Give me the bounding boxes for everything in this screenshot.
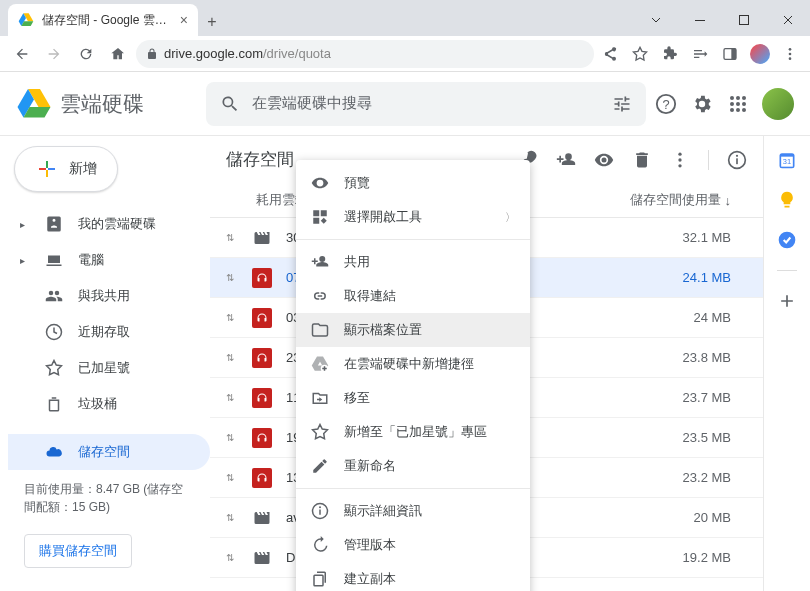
sidebar-item-1[interactable]: ▸電腦	[8, 242, 210, 278]
ctx-star[interactable]: 新增至「已加星號」專區	[296, 415, 530, 449]
trash-icon[interactable]	[632, 150, 652, 170]
forward-button[interactable]	[40, 40, 68, 68]
back-button[interactable]	[8, 40, 36, 68]
ctx-person-add[interactable]: 共用	[296, 245, 530, 279]
audio-icon	[252, 308, 272, 328]
share-icon[interactable]	[598, 42, 622, 66]
file-size: 19.2 MB	[607, 550, 747, 565]
drag-icon: ⇅	[226, 272, 234, 283]
browser-tab[interactable]: 儲存空間 - Google 雲端硬碟 ×	[8, 4, 198, 36]
avatar[interactable]	[762, 88, 794, 120]
home-button[interactable]	[104, 40, 132, 68]
svg-point-34	[319, 506, 321, 508]
video-icon	[252, 548, 272, 568]
sidebar-item-5[interactable]: 垃圾桶	[8, 386, 210, 422]
sidebar: 新增 ▸我的雲端硬碟▸電腦與我共用近期存取已加星號垃圾桶儲存空間 目前使用量：8…	[0, 136, 210, 591]
close-button[interactable]	[766, 4, 810, 36]
drag-icon: ⇅	[226, 232, 234, 243]
maximize-button[interactable]	[722, 4, 766, 36]
preview-icon[interactable]	[594, 150, 614, 170]
info-icon[interactable]	[708, 150, 747, 170]
extensions-icon[interactable]	[658, 42, 682, 66]
tune-icon[interactable]	[612, 94, 632, 114]
sidebar-item-3[interactable]: 近期存取	[8, 314, 210, 350]
url-input[interactable]: drive.google.com/drive/quota	[136, 40, 594, 68]
drive-logo[interactable]: 雲端硬碟	[16, 86, 206, 122]
audio-icon	[252, 468, 272, 488]
ctx-history[interactable]: 管理版本	[296, 528, 530, 562]
ctx-eye[interactable]: 預覽	[296, 166, 530, 200]
ctx-rename[interactable]: 重新命名	[296, 449, 530, 483]
svg-point-19	[678, 158, 681, 161]
calendar-icon[interactable]: 31	[777, 150, 797, 170]
ctx-apps[interactable]: 選擇開啟工具〉	[296, 200, 530, 234]
help-icon[interactable]: ?	[654, 92, 678, 116]
history-icon	[310, 536, 330, 554]
ctx-move[interactable]: 移至	[296, 381, 530, 415]
logo-text: 雲端硬碟	[60, 90, 144, 118]
tab-close-icon[interactable]: ×	[180, 12, 188, 28]
svg-point-9	[730, 96, 734, 100]
dropdown-icon[interactable]	[634, 4, 678, 36]
ctx-label: 選擇開啟工具	[344, 208, 422, 226]
sidebar-label: 電腦	[78, 251, 104, 269]
reading-list-icon[interactable]	[688, 42, 712, 66]
tasks-icon[interactable]	[777, 230, 797, 250]
window-controls	[634, 4, 810, 36]
ctx-link[interactable]: 取得連結	[296, 279, 530, 313]
col-size-header[interactable]: 儲存空間使用量 ↓	[607, 191, 747, 209]
ctx-folder[interactable]: 顯示檔案位置	[296, 313, 530, 347]
sidebar-label: 垃圾桶	[78, 395, 117, 413]
minimize-button[interactable]	[678, 4, 722, 36]
svg-point-10	[736, 96, 740, 100]
new-button[interactable]: 新增	[14, 146, 118, 192]
search-box[interactable]: 在雲端硬碟中搜尋	[206, 82, 646, 126]
url-path: /drive/quota	[263, 46, 331, 61]
copy-icon	[310, 570, 330, 588]
search-icon	[220, 94, 240, 114]
reload-button[interactable]	[72, 40, 100, 68]
side-panel: 31	[764, 136, 810, 591]
lock-icon	[146, 48, 158, 60]
ctx-label: 移至	[344, 389, 370, 407]
move-icon	[310, 389, 330, 407]
menu-icon[interactable]	[778, 42, 802, 66]
info-icon	[310, 502, 330, 520]
svg-rect-1	[740, 16, 749, 25]
ctx-label: 取得連結	[344, 287, 396, 305]
sidebar-item-6[interactable]: 儲存空間	[8, 434, 210, 470]
ctx-label: 顯示詳細資訊	[344, 502, 422, 520]
svg-rect-29	[321, 210, 327, 216]
buy-storage-button[interactable]: 購買儲存空間	[24, 534, 132, 568]
svg-text:?: ?	[662, 96, 669, 111]
sidepanelext-icon[interactable]	[718, 42, 742, 66]
sidebar-item-4[interactable]: 已加星號	[8, 350, 210, 386]
profile-icon[interactable]	[748, 42, 772, 66]
addons-plus-icon[interactable]	[777, 291, 797, 311]
apps-grid-icon[interactable]	[726, 92, 750, 116]
settings-icon[interactable]	[690, 92, 714, 116]
eye-icon	[310, 174, 330, 192]
keep-icon[interactable]	[777, 190, 797, 210]
ctx-drive-add[interactable]: 在雲端硬碟中新增捷徑	[296, 347, 530, 381]
nav-icon	[44, 215, 64, 233]
more-icon[interactable]	[670, 150, 690, 170]
storage-usage-text: 目前使用量：8.47 GB (儲存空間配額：15 GB)	[8, 470, 210, 526]
ctx-info[interactable]: 顯示詳細資訊	[296, 494, 530, 528]
file-size: 23.8 MB	[607, 350, 747, 365]
file-size: 32.1 MB	[607, 230, 747, 245]
file-size: 23.5 MB	[607, 430, 747, 445]
svg-rect-0	[695, 20, 705, 21]
svg-rect-30	[313, 218, 319, 224]
ctx-copy[interactable]: 建立副本	[296, 562, 530, 591]
new-tab-button[interactable]: +	[198, 8, 226, 36]
personadd-icon[interactable]	[556, 150, 576, 170]
sidebar-item-2[interactable]: 與我共用	[8, 278, 210, 314]
video-icon	[252, 508, 272, 528]
bookmark-icon[interactable]	[628, 42, 652, 66]
sidebar-label: 已加星號	[78, 359, 130, 377]
sidebar-label: 我的雲端硬碟	[78, 215, 156, 233]
person-add-icon	[310, 253, 330, 271]
sidebar-item-0[interactable]: ▸我的雲端硬碟	[8, 206, 210, 242]
chevron-right-icon: 〉	[505, 210, 516, 225]
